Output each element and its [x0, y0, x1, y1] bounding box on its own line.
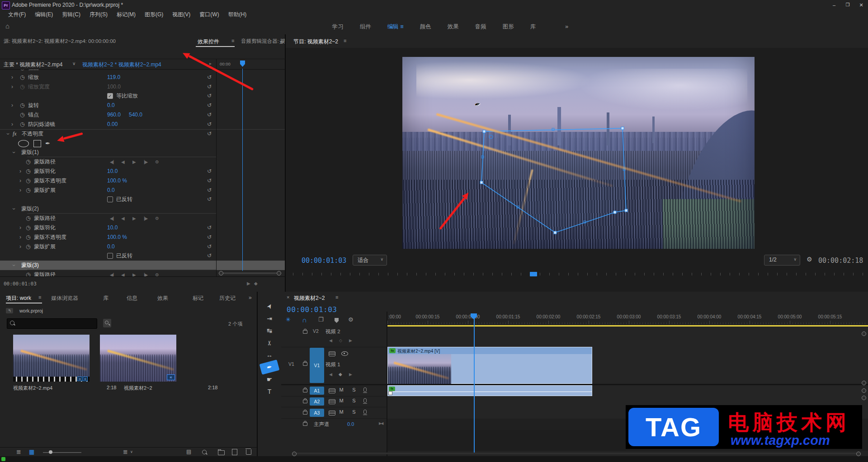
parameter-value[interactable]: 960.0	[107, 110, 121, 120]
mic-icon[interactable]	[363, 410, 367, 414]
solo-button[interactable]: S	[350, 409, 358, 415]
parameter-value[interactable]: 0.00	[107, 120, 118, 129]
track-header-a1[interactable]: A1MS	[281, 385, 387, 397]
ellipse-mask-icon[interactable]	[18, 140, 29, 147]
track-target-a3[interactable]: A3	[310, 409, 324, 417]
track-height-handle[interactable]	[862, 331, 866, 336]
reset-parameter-icon[interactable]: ↺	[207, 129, 212, 139]
workspace-tab-学习[interactable]: 学习	[324, 19, 352, 34]
parameter-value[interactable]: 100.0	[107, 82, 121, 92]
chevron-icon[interactable]: ›	[10, 120, 14, 129]
mute-button[interactable]: M	[338, 387, 345, 392]
sync-lock-icon[interactable]	[329, 399, 335, 404]
timeline-current-timecode[interactable]: 00:00:01:03	[287, 305, 337, 314]
toggle-animation-icon[interactable]: ◆	[254, 281, 258, 286]
project-tab-标记[interactable]: 标记	[193, 294, 203, 302]
parameter-value[interactable]: 540.0	[129, 110, 142, 120]
timeline-panel-menu-icon[interactable]: ≡	[335, 294, 338, 300]
tab-sequence[interactable]: 视频素材2~2	[294, 294, 325, 302]
reset-parameter-icon[interactable]: ↺	[207, 186, 212, 195]
pen-tool[interactable]: ✒	[259, 359, 280, 375]
nav-prev-kf-icon[interactable]: ◀|	[110, 214, 113, 223]
parameter-value[interactable]: 0.0	[107, 242, 115, 252]
stopwatch-icon[interactable]: ◷	[26, 157, 30, 167]
new-item-icon[interactable]	[232, 449, 237, 455]
nav-prev-kf-icon[interactable]: ◀|	[110, 157, 113, 167]
parameter-value[interactable]: 100.0 %	[107, 233, 127, 242]
chevron-icon[interactable]: ›	[18, 176, 23, 186]
workspace-tab-组件[interactable]: 组件	[352, 19, 379, 34]
track-target-a1[interactable]: A1	[310, 387, 324, 395]
program-mini-timeline[interactable]	[286, 34, 868, 292]
pen-mask-icon[interactable]: ✒	[45, 139, 50, 148]
menu-item[interactable]: 帮助(H)	[224, 10, 251, 19]
asset-thumbnail[interactable]: ≋	[100, 335, 176, 382]
project-readonly-icon[interactable]: ▤	[186, 448, 191, 455]
timeline-ruler[interactable]	[387, 312, 868, 325]
checkbox-已反转[interactable]	[107, 253, 113, 259]
sync-lock-icon[interactable]	[329, 388, 335, 393]
track-header-master[interactable]: 主声道 0.0 ▶◀	[281, 419, 387, 430]
reset-parameter-icon[interactable]: ↺	[207, 176, 212, 186]
stopwatch-icon[interactable]: ◷	[26, 223, 30, 233]
toggle-track-output-icon[interactable]	[341, 351, 348, 356]
search-bin-icon[interactable]	[103, 319, 111, 327]
reset-parameter-icon[interactable]: ↺	[207, 82, 212, 92]
workspace-tab-编辑[interactable]: 编辑 ≡	[379, 19, 412, 34]
asset-name[interactable]: 视频素材2~2.mp4	[13, 385, 52, 392]
fade-handle[interactable]	[388, 391, 392, 395]
menu-item[interactable]: 序列(S)	[85, 10, 112, 19]
linked-selection-icon[interactable]: ❐	[318, 316, 324, 323]
reset-parameter-icon[interactable]: ↺	[207, 110, 212, 120]
reset-parameter-icon[interactable]: ↺	[207, 73, 212, 82]
timeline-hscrollbar-right-handle[interactable]	[856, 452, 861, 456]
rect-mask-icon[interactable]	[33, 140, 41, 147]
breadcrumb[interactable]: work.prproj	[19, 308, 43, 313]
menu-item[interactable]: 标记(M)	[112, 10, 140, 19]
asset-thumbnail[interactable]: ▥ ▥	[13, 335, 90, 382]
workspace-tab-音频[interactable]: 音频	[467, 19, 495, 34]
project-tab-项目: work[interactable]: 项目: work	[6, 294, 31, 302]
master-level-value[interactable]: 0.0	[347, 421, 354, 427]
track-lane-v2[interactable]	[387, 327, 868, 347]
menu-item[interactable]: 视图(V)	[168, 10, 195, 19]
snap-in-sequence-icon[interactable]: ✳	[286, 316, 291, 323]
volume-rubber-band[interactable]	[388, 392, 592, 392]
minimize-button[interactable]: –	[827, 0, 841, 10]
workspace-tab-颜色[interactable]: 颜色	[412, 19, 439, 34]
stopwatch-icon[interactable]: ◷	[26, 242, 30, 252]
reset-parameter-icon[interactable]: ↺	[207, 101, 212, 110]
project-tab-历史记[interactable]: 历史记	[219, 294, 238, 302]
delete-icon[interactable]	[246, 449, 251, 455]
project-panel-menu-icon[interactable]: ≡	[38, 294, 41, 300]
lock-icon[interactable]	[303, 400, 307, 403]
next-keyframe-icon[interactable]: ▶	[349, 372, 352, 377]
stopwatch-icon[interactable]: ◷	[26, 214, 30, 223]
add-keyframe-icon[interactable]: ◇	[339, 338, 342, 343]
workspace-tab-库[interactable]: 库	[522, 19, 544, 34]
workspace-tab-图形[interactable]: 图形	[495, 19, 522, 34]
prev-keyframe-icon[interactable]: ◀	[329, 372, 332, 377]
track-header-v2[interactable]: V2 视频 2 ◀ ◇ ▶	[281, 327, 387, 347]
nav-prev-icon[interactable]: ◀	[121, 157, 124, 167]
asset-name[interactable]: 视频素材2~2	[124, 385, 152, 392]
stopwatch-icon[interactable]: ◷	[26, 176, 30, 186]
solo-button[interactable]: S	[350, 387, 358, 392]
chevron-icon[interactable]: ›	[9, 263, 19, 268]
new-bin-icon[interactable]	[218, 450, 225, 455]
lock-icon[interactable]	[303, 422, 307, 426]
chevron-icon[interactable]: ›	[18, 186, 23, 195]
razor-tool[interactable]: ✂	[264, 334, 275, 352]
project-tab-媒体浏览器[interactable]: 媒体浏览器	[51, 294, 78, 302]
stopwatch-icon[interactable]: ◷	[26, 167, 30, 176]
ecp-hscrollbar[interactable]	[222, 272, 277, 274]
project-tab-信息[interactable]: 信息	[127, 294, 137, 302]
search-input[interactable]	[7, 318, 97, 329]
workspace-tab-效果[interactable]: 效果	[439, 19, 467, 34]
folder-up-icon[interactable]: ↰	[6, 308, 13, 313]
list-view-icon[interactable]: ≣	[16, 448, 21, 455]
track-header-a3[interactable]: A3MS	[281, 407, 387, 419]
automate-to-sequence-icon[interactable]: ≣	[123, 448, 128, 455]
track-header-v1[interactable]: V1 V1 视频 1 ◀ ◆ ▶	[281, 347, 387, 384]
menu-item[interactable]: 编辑(E)	[30, 10, 57, 19]
